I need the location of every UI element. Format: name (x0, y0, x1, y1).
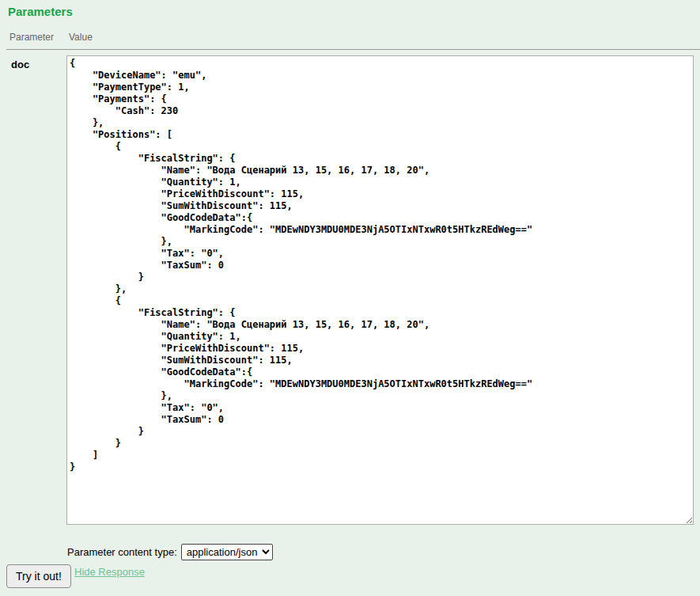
column-header-value: Value (69, 32, 93, 43)
column-header-parameter: Parameter (9, 32, 54, 43)
content-type-select[interactable]: application/json (181, 544, 273, 560)
parameters-panel: Parameters Parameter Value doc { "Device… (0, 0, 700, 596)
parameter-name-doc: doc (11, 59, 29, 70)
content-type-label: Parameter content type: (67, 546, 177, 558)
parameters-heading: Parameters (8, 5, 73, 18)
header-divider (6, 49, 700, 50)
hide-response-link[interactable]: Hide Response (74, 566, 145, 578)
body-parameter-textarea[interactable]: { "DeviceName": "emu", "PaymentType": 1,… (66, 55, 694, 525)
try-it-out-button[interactable]: Try it out! (6, 564, 71, 588)
content-type-row: Parameter content type: application/json (67, 543, 273, 560)
